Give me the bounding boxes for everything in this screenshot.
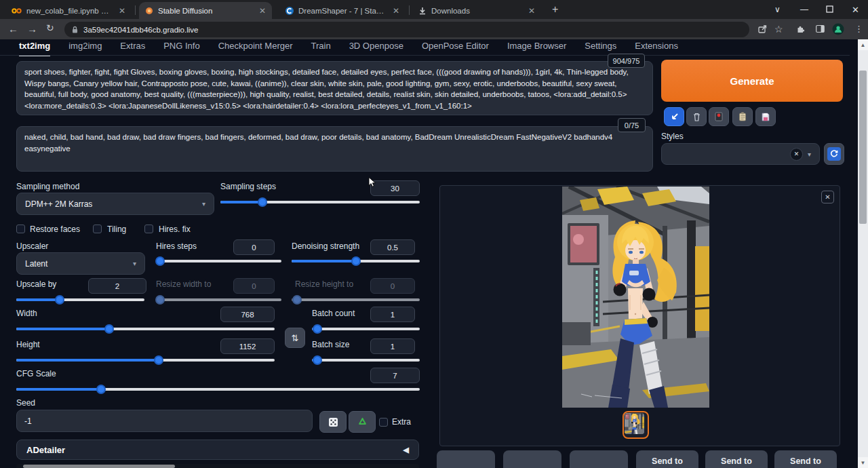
slider-knob[interactable] — [258, 197, 267, 207]
tab-close-icon[interactable]: ✕ — [526, 6, 535, 16]
slider-knob[interactable] — [313, 355, 322, 365]
height-slider[interactable] — [16, 355, 275, 365]
clear-prompt-button[interactable] — [686, 107, 707, 126]
generated-image[interactable] — [562, 187, 709, 408]
swap-dimensions-button[interactable]: ⇅ — [285, 328, 305, 348]
tab-png-info[interactable]: PNG Info — [163, 41, 199, 56]
prompt-input[interactable]: sport shoes, fighter, fight, fight Glove… — [16, 61, 653, 115]
browser-tab-stable-diffusion[interactable]: Stable Diffusion ✕ — [139, 2, 272, 19]
batch-count-slider[interactable] — [312, 324, 420, 334]
slider-knob[interactable] — [155, 256, 165, 266]
slider-knob[interactable] — [313, 324, 322, 334]
resize-width-value[interactable]: 0 — [233, 278, 275, 294]
hires-fix-checkbox[interactable] — [144, 225, 153, 233]
tab-close-icon[interactable]: ✕ — [116, 6, 125, 16]
upscaler-dropdown[interactable]: Latent ▾ — [16, 252, 145, 275]
bookmark-star-icon[interactable]: ☆ — [774, 24, 783, 35]
sampling-steps-value[interactable]: 30 — [370, 180, 420, 196]
hires-steps-value[interactable]: 0 — [233, 239, 275, 255]
output-button[interactable] — [503, 450, 561, 468]
seed-input[interactable]: -1 — [16, 410, 313, 432]
output-button[interactable] — [437, 450, 495, 468]
extensions-puzzle-icon[interactable] — [796, 24, 805, 33]
send-to-inpaint-button[interactable]: Send to — [705, 450, 768, 468]
slider-knob[interactable] — [154, 355, 163, 365]
width-slider[interactable] — [16, 324, 275, 334]
tab-3d-openpose[interactable]: 3D Openpose — [349, 41, 403, 56]
negative-prompt-input[interactable]: naked, child, bad hand, bad draw, bad dr… — [16, 126, 653, 172]
adetailer-accordion[interactable]: ADetailer ◀ — [16, 440, 419, 460]
tab-txt2img[interactable]: txt2img — [19, 41, 50, 56]
generate-button[interactable]: Generate — [661, 60, 843, 102]
width-value[interactable]: 768 — [220, 307, 275, 322]
clear-styles-icon[interactable]: ✕ — [790, 148, 803, 161]
restore-faces-checkbox[interactable] — [16, 225, 25, 233]
seed-extra-checkbox[interactable] — [379, 418, 388, 427]
resize-height-value[interactable]: 0 — [370, 278, 415, 294]
slider-knob[interactable] — [351, 256, 361, 266]
browser-tab-downloads[interactable]: Downloads ✕ — [412, 2, 541, 19]
resize-height-slider[interactable] — [292, 295, 420, 305]
batch-size-slider[interactable] — [312, 355, 420, 365]
back-button[interactable]: ← — [8, 24, 18, 34]
cfg-scale-value[interactable]: 7 — [370, 368, 420, 383]
browser-menu-icon[interactable]: ⋮ — [854, 24, 863, 34]
paste-generation-params-button[interactable] — [664, 107, 684, 126]
denoising-value[interactable]: 0.5 — [370, 239, 415, 255]
scrollbar-thumb[interactable] — [859, 71, 867, 224]
tab-image-browser[interactable]: Image Browser — [507, 41, 566, 56]
denoising-slider[interactable] — [292, 256, 420, 266]
tab-close-icon[interactable]: ✕ — [256, 6, 266, 16]
tab-search-icon[interactable]: ∨ — [774, 5, 781, 14]
cfg-scale-slider[interactable] — [16, 385, 420, 394]
close-window-button[interactable]: ✕ — [852, 5, 859, 15]
slider-knob[interactable] — [155, 295, 165, 305]
apply-styles-button[interactable] — [732, 107, 753, 126]
scroll-up-icon[interactable]: ▲ — [858, 39, 868, 50]
upscale-by-value[interactable]: 2 — [88, 278, 146, 294]
scrubber-bar[interactable] — [23, 465, 175, 468]
resize-width-slider[interactable] — [156, 295, 281, 305]
styles-dropdown[interactable]: ✕ ▾ — [661, 143, 820, 165]
extra-networks-button[interactable] — [709, 107, 729, 126]
batch-size-value[interactable]: 1 — [370, 338, 415, 354]
save-style-button[interactable] — [755, 107, 776, 126]
send-to-extras-button[interactable]: Send to — [774, 450, 837, 468]
browser-tab-dreamshaper[interactable]: DreamShaper - 7 | Stable Diffusi ✕ — [279, 2, 406, 19]
close-image-icon[interactable]: ✕ — [821, 191, 834, 203]
hires-steps-slider[interactable] — [156, 256, 281, 266]
tab-img2img[interactable]: img2img — [68, 41, 102, 56]
tab-extras[interactable]: Extras — [120, 41, 145, 56]
avatar[interactable] — [832, 23, 844, 35]
thumbnail-selected[interactable] — [623, 411, 649, 439]
height-value[interactable]: 1152 — [220, 338, 275, 354]
tab-close-icon[interactable]: ✕ — [390, 6, 399, 16]
side-panel-icon[interactable] — [816, 24, 825, 33]
random-seed-button[interactable] — [319, 411, 347, 433]
upscale-by-slider[interactable] — [16, 295, 144, 305]
share-icon[interactable] — [757, 24, 767, 34]
browser-tab-colab[interactable]: new_colab_file.ipynb - Colaborat ✕ — [5, 2, 132, 19]
new-tab-button[interactable]: + — [552, 4, 558, 15]
send-to-img2img-button[interactable]: Send to — [636, 450, 698, 468]
reuse-seed-button[interactable] — [349, 411, 376, 433]
refresh-styles-button[interactable] — [824, 143, 844, 165]
scroll-down-icon[interactable]: ▼ — [858, 457, 868, 468]
minimize-button[interactable]: — — [800, 5, 808, 14]
batch-count-value[interactable]: 1 — [370, 307, 415, 322]
reload-button[interactable]: ↻ — [46, 23, 54, 33]
address-bar[interactable]: 3a59ec42041dbb46cb.gradio.live — [64, 22, 749, 37]
slider-knob[interactable] — [96, 385, 106, 394]
maximize-button[interactable] — [826, 5, 833, 13]
forward-button[interactable]: → — [27, 24, 37, 34]
slider-knob[interactable] — [104, 324, 114, 334]
tab-checkpoint-merger[interactable]: Checkpoint Merger — [218, 41, 293, 56]
sampling-method-dropdown[interactable]: DPM++ 2M Karras ▾ — [16, 193, 214, 215]
sampling-steps-slider[interactable] — [220, 197, 420, 207]
tab-openpose-editor[interactable]: OpenPose Editor — [422, 41, 489, 56]
slider-knob[interactable] — [55, 295, 64, 305]
output-button[interactable] — [570, 450, 628, 468]
tiling-checkbox[interactable] — [93, 225, 102, 233]
slider-knob[interactable] — [292, 295, 302, 305]
tab-train[interactable]: Train — [311, 41, 331, 56]
